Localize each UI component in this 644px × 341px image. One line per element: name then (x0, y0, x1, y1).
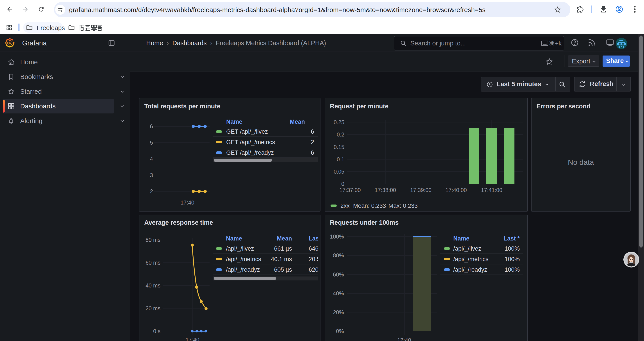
svg-text:Mean: 0.233: Mean: 0.233 (353, 203, 386, 209)
svg-text:/api/_/readyz: /api/_/readyz (453, 266, 487, 273)
svg-text:0: 0 (341, 181, 344, 187)
svg-text:Mean: Mean (277, 235, 292, 242)
svg-text:GET /api/_/metrics: GET /api/_/metrics (226, 139, 275, 146)
svg-text:17:40: 17:40 (186, 336, 200, 341)
svg-text:0.2: 0.2 (337, 131, 344, 138)
svg-text:0.15: 0.15 (334, 144, 344, 150)
svg-text:40%: 40% (333, 290, 344, 296)
svg-text:GET /api/_/livez: GET /api/_/livez (226, 128, 268, 135)
svg-text:80 ms: 80 ms (146, 237, 160, 243)
svg-text:Request per minute: Request per minute (330, 103, 388, 110)
svg-text:4: 4 (150, 156, 153, 162)
svg-text:17:40: 17:40 (180, 199, 194, 206)
svg-text:2xx: 2xx (340, 203, 350, 209)
svg-text:80%: 80% (333, 252, 344, 258)
svg-text:20.5 m: 20.5 m (309, 256, 320, 262)
svg-text:60%: 60% (333, 271, 344, 278)
svg-text:6: 6 (311, 128, 314, 135)
svg-text:5: 5 (150, 140, 153, 146)
svg-text:Errors per second: Errors per second (536, 103, 590, 110)
svg-text:Total requests per minute: Total requests per minute (144, 103, 220, 110)
svg-text:Mean: Mean (290, 119, 305, 125)
svg-text:0%: 0% (336, 328, 344, 334)
svg-text:40.1 ms: 40.1 ms (271, 256, 292, 262)
svg-text:20 ms: 20 ms (146, 305, 160, 311)
svg-text:Requests under 100ms: Requests under 100ms (330, 219, 399, 226)
svg-text:Name: Name (453, 235, 470, 242)
svg-text:0.05: 0.05 (334, 169, 344, 175)
svg-text:No data: No data (568, 158, 594, 166)
svg-text:6: 6 (150, 123, 153, 129)
svg-text:100%: 100% (504, 256, 520, 262)
svg-text:/api/_/readyz: /api/_/readyz (226, 266, 260, 273)
svg-text:20%: 20% (333, 309, 344, 315)
svg-text:/api/_/livez: /api/_/livez (226, 245, 254, 252)
svg-text:0.25: 0.25 (334, 119, 344, 125)
svg-text:/api/_/metrics: /api/_/metrics (226, 256, 261, 262)
svg-text:3: 3 (150, 172, 153, 178)
svg-text:40 ms: 40 ms (146, 282, 160, 288)
svg-text:17:39:00: 17:39:00 (410, 187, 432, 193)
svg-text:100%: 100% (330, 233, 344, 240)
svg-text:Average response time: Average response time (144, 219, 213, 226)
svg-text:6: 6 (311, 149, 314, 156)
svg-text:17:40: 17:40 (398, 337, 411, 341)
svg-text:60 ms: 60 ms (146, 260, 160, 266)
svg-text:661 µs: 661 µs (274, 245, 292, 252)
svg-text:646: 646 (309, 245, 318, 252)
svg-text:Name: Name (226, 119, 242, 125)
svg-text:Last *: Last * (309, 235, 320, 242)
svg-text:GET /api/_/readyz: GET /api/_/readyz (226, 149, 274, 156)
svg-text:2: 2 (150, 188, 153, 194)
svg-text:17:40:00: 17:40:00 (446, 187, 467, 193)
svg-text:/api/_/metrics: /api/_/metrics (453, 256, 488, 262)
svg-text:Name: Name (226, 235, 242, 242)
svg-text:0.1: 0.1 (337, 156, 344, 162)
svg-text:620: 620 (309, 266, 318, 273)
svg-text:100%: 100% (504, 266, 520, 273)
svg-text:17:38:00: 17:38:00 (374, 187, 396, 193)
svg-text:605 µs: 605 µs (274, 266, 292, 273)
svg-text:17:37:00: 17:37:00 (339, 187, 360, 193)
svg-text:17:41:00: 17:41:00 (481, 187, 502, 193)
svg-text:100%: 100% (504, 245, 520, 252)
svg-text:2: 2 (311, 139, 314, 146)
svg-text:Max: 0.233: Max: 0.233 (388, 203, 418, 209)
svg-text:/api/_/livez: /api/_/livez (453, 245, 481, 252)
svg-text:0 s: 0 s (153, 328, 160, 334)
svg-text:Last *: Last * (504, 235, 520, 242)
